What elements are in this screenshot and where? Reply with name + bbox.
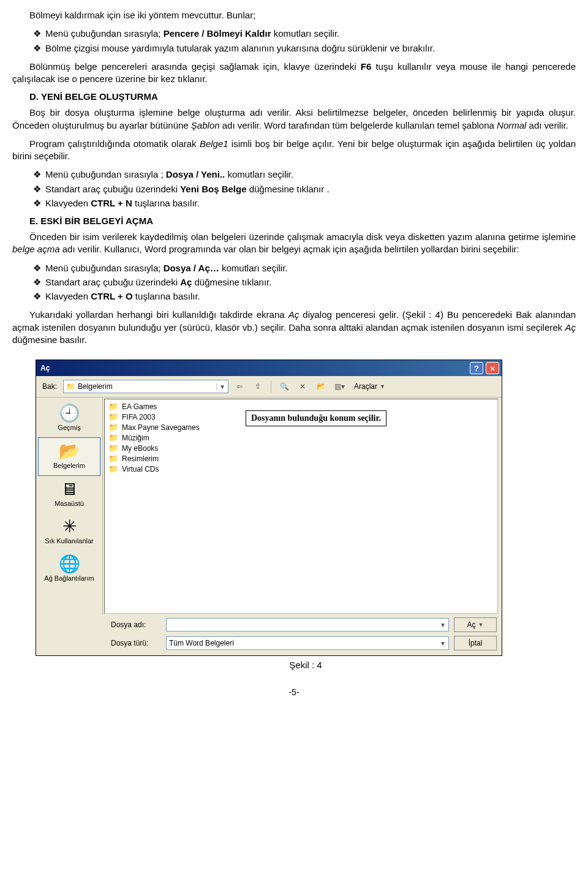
- paragraph: Önceden bir isim verilerek kaydedilmiş o…: [12, 231, 576, 256]
- place-label: Belgelerim: [53, 462, 85, 469]
- back-button[interactable]: ⇦: [232, 380, 247, 393]
- list-item: Standart araç çubuğu üzerindeki Aç düğme…: [33, 276, 576, 288]
- figure-caption: Şekil : 4: [36, 660, 576, 670]
- file-name: My eBooks: [122, 444, 158, 453]
- place-label: Ağ Bağlantılarım: [44, 575, 94, 582]
- heading-e: E. ESKİ BİR BELGEYİ AÇMA: [29, 216, 576, 226]
- file-name: Max Payne Savegames: [122, 423, 200, 432]
- close-button[interactable]: ×: [486, 362, 499, 374]
- toolbar: Bak: 📁 Belgelerim ▼ ⇦ ⇧ 🔍 ✕ 📂 ▥▾ Araçlar…: [36, 376, 502, 398]
- file-item[interactable]: 📁Müziğim: [108, 432, 494, 443]
- callout-annotation: Dosyanın bulunduğu konum seçilir.: [246, 410, 386, 426]
- folder-icon: 📁: [108, 402, 118, 411]
- paragraph: Bölmeyi kaldırmak için ise iki yöntem me…: [12, 9, 576, 21]
- filename-input[interactable]: ▼: [166, 618, 449, 631]
- list-item: Bölme çizgisi mouse yardımıyla tutularak…: [33, 42, 576, 55]
- place-icon: 🖥: [61, 481, 78, 498]
- separator: [271, 380, 271, 393]
- place-item[interactable]: 📂Belgelerim: [38, 437, 100, 476]
- bullet-list: Menü çubuğundan sırasıyla; Pencere / Böl…: [33, 28, 576, 55]
- folder-icon: 📁: [108, 454, 118, 463]
- list-item: Menü çubuğundan sırasıyla ; Dosya / Yeni…: [33, 168, 576, 181]
- file-name: EA Games: [122, 402, 157, 411]
- chevron-down-icon: ▼: [440, 622, 446, 628]
- cancel-button[interactable]: İptal: [454, 636, 497, 650]
- folder-icon: 📁: [108, 433, 118, 442]
- place-icon: 🕘: [59, 405, 80, 422]
- list-item: Standart araç çubuğu üzerindeki Yeni Boş…: [33, 183, 576, 195]
- lookin-label: Bak:: [42, 382, 57, 391]
- bullet-list: Menü çubuğundan sırasıyla; Dosya / Aç… k…: [33, 262, 576, 303]
- place-item[interactable]: 🕘Geçmiş: [36, 400, 102, 437]
- folder-icon: 📁: [108, 464, 118, 473]
- folder-icon: 📁: [108, 412, 118, 421]
- place-icon: ✳: [62, 518, 77, 535]
- chevron-down-icon: ▼: [478, 622, 484, 628]
- lookin-value: Belgelerim: [78, 382, 214, 391]
- chevron-down-icon: ▼: [440, 640, 446, 647]
- tools-menu[interactable]: Araçlar ▼: [350, 380, 389, 393]
- paragraph: Yukarıdaki yollardan herhangi biri kulla…: [12, 309, 576, 346]
- bullet-list: Menü çubuğundan sırasıyla ; Dosya / Yeni…: [33, 168, 576, 209]
- file-name: Virtual CDs: [122, 465, 159, 473]
- folder-icon: 📁: [66, 382, 75, 391]
- up-button[interactable]: ⇧: [251, 380, 265, 393]
- lookin-combo[interactable]: 📁 Belgelerim ▼: [63, 380, 228, 393]
- filetype-combo[interactable]: Tüm Word Belgeleri ▼: [166, 636, 449, 650]
- place-item[interactable]: 🖥Masaüstü: [36, 476, 102, 513]
- file-list[interactable]: Dosyanın bulunduğu konum seçilir. 📁EA Ga…: [104, 399, 498, 614]
- dialog-title: Aç: [39, 364, 50, 372]
- paragraph: Boş bir dosya oluşturma işlemine belge o…: [12, 107, 576, 132]
- list-item: Menü çubuğundan sırasıyla; Dosya / Aç… k…: [33, 262, 576, 274]
- list-item: Menü çubuğundan sırasıyla; Pencere / Böl…: [33, 28, 576, 40]
- filename-label: Dosya adı:: [111, 620, 159, 629]
- new-folder-button[interactable]: 📂: [314, 380, 328, 393]
- file-item[interactable]: 📁My eBooks: [108, 443, 494, 453]
- file-name: FIFA 2003: [122, 413, 156, 421]
- paragraph: Program çalıştırıldığında otomatik olara…: [12, 138, 576, 163]
- chevron-down-icon: ▼: [216, 383, 225, 390]
- chevron-down-icon: ▼: [380, 383, 385, 390]
- file-item[interactable]: 📁Resimlerim: [108, 453, 494, 464]
- help-button[interactable]: ?: [470, 362, 483, 374]
- place-icon: 🌐: [59, 556, 80, 573]
- place-label: Geçmiş: [58, 424, 80, 431]
- filetype-label: Dosya türü:: [111, 639, 159, 647]
- file-name: Müziğim: [122, 434, 149, 442]
- page-number: -5-: [12, 687, 576, 697]
- places-bar: 🕘Geçmiş📂Belgelerim🖥Masaüstü✳Sık Kullanıl…: [36, 398, 103, 615]
- heading-d: D. YENİ BELGE OLUŞTURMA: [29, 91, 576, 102]
- file-item[interactable]: 📁Virtual CDs: [108, 464, 494, 474]
- folder-icon: 📁: [108, 423, 118, 432]
- search-button[interactable]: 🔍: [277, 380, 292, 393]
- list-item: Klavyeden CTRL + N tuşlarına basılır.: [33, 197, 576, 209]
- views-button[interactable]: ▥▾: [332, 380, 347, 393]
- place-icon: 📂: [59, 443, 80, 460]
- folder-icon: 📁: [108, 443, 118, 453]
- place-label: Sık Kullanılanlar: [45, 537, 94, 545]
- place-label: Masaüstü: [55, 500, 84, 507]
- open-dialog: Aç ? × Bak: 📁 Belgelerim ▼ ⇦ ⇧ 🔍 ✕ 📂 ▥▾ …: [36, 360, 576, 670]
- titlebar[interactable]: Aç ? ×: [36, 360, 502, 376]
- list-item: Klavyeden CTRL + O tuşlarına basılır.: [33, 290, 576, 303]
- open-button[interactable]: Aç ▼: [454, 617, 497, 632]
- place-item[interactable]: ✳Sık Kullanılanlar: [36, 513, 102, 551]
- delete-button[interactable]: ✕: [295, 380, 310, 393]
- place-item[interactable]: 🌐Ağ Bağlantılarım: [36, 551, 102, 588]
- file-name: Resimlerim: [122, 454, 159, 463]
- paragraph: Bölünmüş belge pencereleri arasında geçi…: [12, 61, 576, 86]
